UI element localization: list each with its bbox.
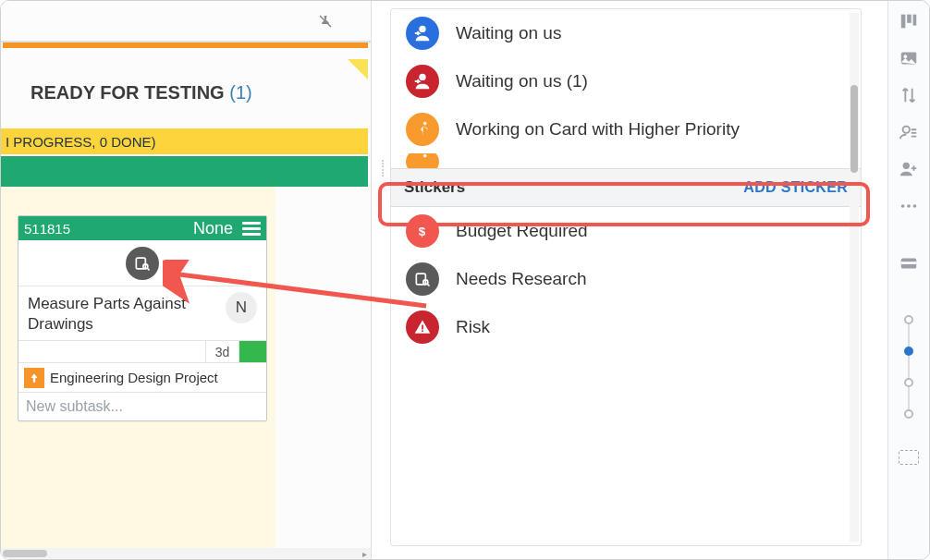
sticker-label: Budget Required (456, 221, 588, 241)
timeline-nav[interactable] (904, 315, 913, 419)
columns-icon[interactable] (896, 8, 922, 34)
right-sidebar (887, 1, 929, 559)
swimlane-divider (1, 156, 368, 187)
new-subtask-input[interactable]: New subtask... (18, 393, 266, 420)
svg-point-3 (419, 74, 425, 80)
sticker-option-research[interactable]: Needs Research (391, 255, 861, 303)
svg-point-20 (913, 204, 917, 208)
add-sticker-button[interactable]: ADD STICKER (743, 179, 848, 196)
options-panel: Waiting on us Waiting on us (1) Working … (390, 8, 862, 546)
sort-icon[interactable] (896, 82, 922, 108)
runner-icon (406, 113, 439, 146)
svg-rect-13 (913, 15, 917, 26)
timeline-current (904, 347, 913, 356)
linked-project: Engineering Design Project (50, 370, 218, 385)
scrollbar-thumb[interactable] (3, 550, 47, 557)
avatar[interactable]: N (226, 292, 257, 323)
card-menu-icon[interactable] (242, 222, 261, 236)
selection-icon[interactable] (899, 450, 919, 465)
column-topbar (1, 1, 371, 43)
card-assignment[interactable]: None (193, 219, 233, 238)
more-icon[interactable] (896, 193, 922, 219)
card-link-row[interactable]: Engineering Design Project (18, 363, 266, 393)
sticker-label: Needs Research (456, 269, 587, 289)
svg-rect-10 (422, 330, 423, 332)
sticker-label: Risk (456, 317, 490, 337)
svg-text:$: $ (419, 225, 426, 238)
details-pane: Waiting on us Waiting on us (1) Working … (372, 1, 887, 559)
svg-point-17 (903, 163, 910, 169)
svg-rect-22 (901, 262, 917, 264)
link-up-icon (24, 368, 44, 388)
person-back-icon (406, 17, 439, 50)
alert-icon (406, 310, 439, 344)
card-sticker-strip (18, 240, 266, 286)
card-body: Measure Parts Against Drawings N (18, 286, 266, 341)
kanban-column: READY FOR TESTING (1) I PROGRESS, 0 DONE… (1, 1, 372, 559)
status-label: Waiting on us (1) (456, 71, 588, 91)
column-accent (3, 43, 368, 48)
person-back-icon (406, 65, 439, 98)
scroll-right-icon[interactable]: ▸ (360, 548, 369, 559)
card-header: 511815 None (18, 216, 266, 240)
card-due: 3d (205, 341, 239, 362)
card-status-chip (239, 341, 266, 362)
sticker-option-budget[interactable]: $ Budget Required (391, 207, 861, 255)
runner-icon (406, 153, 439, 168)
sticker-option-risk[interactable]: Risk (391, 303, 861, 351)
vertical-scrollbar[interactable] (850, 13, 859, 542)
image-icon[interactable] (896, 45, 922, 71)
progress-summary: I PROGRESS, 0 DONE) (1, 128, 368, 154)
card-meta-row: 3d (18, 341, 266, 363)
stickers-section-header: Stickers ADD STICKER (391, 168, 861, 207)
status-option-waiting-on-us-1[interactable]: Waiting on us (1) (391, 57, 861, 105)
svg-point-15 (904, 55, 908, 58)
status-option-waiting-on-us[interactable]: Waiting on us (391, 9, 861, 57)
status-option-higher-priority[interactable]: Working on Card with Higher Priority (391, 105, 861, 153)
card-id: 511815 (24, 221, 70, 237)
research-sticker-icon[interactable] (126, 247, 159, 280)
status-label: Working on Card with Higher Priority (456, 119, 740, 140)
svg-rect-12 (907, 15, 912, 23)
status-option-partial[interactable] (391, 153, 861, 168)
svg-point-19 (907, 204, 911, 208)
svg-point-16 (903, 127, 910, 133)
pane-resize-handle[interactable] (382, 160, 386, 177)
scrollbar-thumb[interactable] (850, 85, 858, 173)
svg-point-18 (901, 204, 905, 208)
pin-icon[interactable] (317, 13, 334, 30)
column-count: (1) (229, 82, 251, 103)
stickers-title: Stickers (404, 178, 465, 197)
svg-point-4 (423, 122, 427, 126)
research-icon (406, 262, 439, 296)
card-title: Measure Parts Against Drawings (28, 294, 203, 335)
card-icon[interactable] (896, 250, 922, 276)
card[interactable]: 511815 None Measure Parts Against Drawin… (18, 215, 267, 421)
corner-fold-icon (348, 59, 368, 79)
svg-point-5 (423, 154, 427, 158)
svg-rect-9 (422, 325, 423, 330)
status-label: Waiting on us (456, 23, 561, 43)
contact-icon[interactable] (896, 119, 922, 145)
horizontal-scrollbar[interactable]: ▸ (1, 548, 371, 559)
add-user-icon[interactable] (896, 156, 922, 182)
column-title: READY FOR TESTING (1) (31, 82, 252, 103)
svg-rect-11 (901, 15, 906, 29)
svg-point-2 (419, 26, 425, 32)
dollar-icon: $ (406, 214, 439, 248)
